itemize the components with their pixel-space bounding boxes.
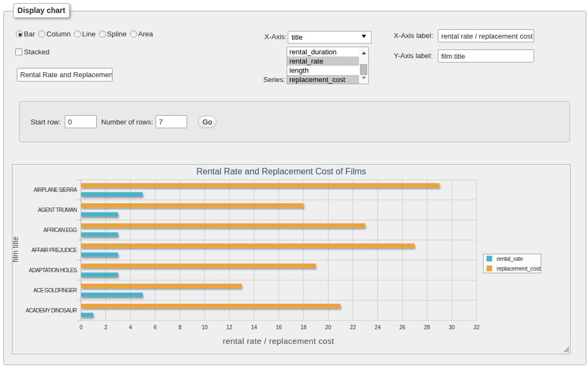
svg-text:4: 4 bbox=[129, 324, 132, 330]
svg-text:ADAPTATION HOLES: ADAPTATION HOLES bbox=[29, 267, 77, 273]
svg-text:AFRICAN EGG: AFRICAN EGG bbox=[44, 227, 77, 233]
svg-text:32: 32 bbox=[473, 324, 480, 330]
svg-text:16: 16 bbox=[276, 324, 282, 330]
svg-text:22: 22 bbox=[350, 324, 356, 330]
svg-text:30: 30 bbox=[449, 324, 455, 330]
svg-text:8: 8 bbox=[178, 324, 182, 330]
svg-text:Rental Rate and Replacement Co: Rental Rate and Replacement Cost of Film… bbox=[196, 167, 366, 176]
svg-text:AIRPLANE SIERRA: AIRPLANE SIERRA bbox=[34, 187, 77, 193]
svg-text:2: 2 bbox=[104, 324, 108, 330]
svg-text:26: 26 bbox=[399, 324, 406, 330]
svg-text:6: 6 bbox=[154, 324, 157, 330]
svg-text:ACADEMY DINOSAUR: ACADEMY DINOSAUR bbox=[26, 308, 77, 313]
svg-text:rental_rate: rental_rate bbox=[497, 255, 523, 262]
svg-text:film title: film title bbox=[13, 236, 20, 262]
svg-text:ACE GOLDFINGER: ACE GOLDFINGER bbox=[33, 287, 77, 293]
svg-text:AGENT TRUMAN: AGENT TRUMAN bbox=[38, 207, 77, 213]
svg-text:28: 28 bbox=[424, 324, 431, 330]
svg-text:12: 12 bbox=[226, 324, 233, 330]
svg-text:rental rate / replacement cost: rental rate / replacement cost bbox=[223, 336, 335, 346]
svg-text:10: 10 bbox=[202, 324, 208, 330]
svg-text:14: 14 bbox=[251, 324, 257, 330]
svg-text:AFFAIR PREJUDICE: AFFAIR PREJUDICE bbox=[32, 247, 77, 253]
svg-text:18: 18 bbox=[300, 324, 307, 330]
svg-text:24: 24 bbox=[375, 324, 381, 330]
svg-text:20: 20 bbox=[325, 324, 332, 330]
svg-text:0: 0 bbox=[79, 324, 83, 330]
svg-text:replacement_cost: replacement_cost bbox=[497, 265, 541, 272]
